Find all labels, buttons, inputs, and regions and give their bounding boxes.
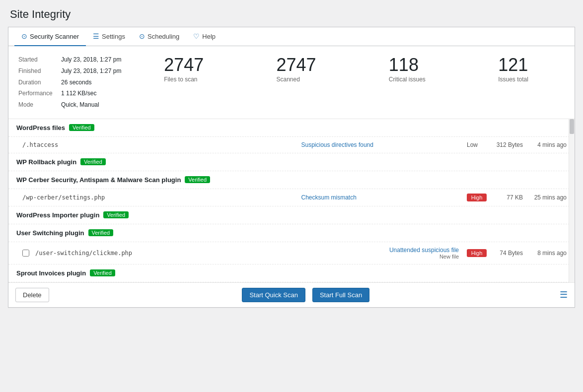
stat-number-total: 121 bbox=[498, 56, 528, 74]
group-wordpress-files-badge: Verified bbox=[69, 124, 94, 131]
meta-row-duration: Duration 26 seconds bbox=[18, 77, 128, 88]
file-issue-clickme[interactable]: Unattended suspicious file bbox=[389, 247, 459, 254]
file-time-cerber: 25 mins ago bbox=[527, 194, 567, 201]
tab-help[interactable]: ♡ Help bbox=[186, 27, 222, 46]
severity-clickme: High bbox=[467, 249, 487, 257]
group-wp-cerber: WP Cerber Security, Antispam & Malware S… bbox=[8, 171, 575, 189]
file-path-htaccess: /.htaccess bbox=[22, 141, 132, 148]
file-time-clickme: 8 mins ago bbox=[527, 250, 567, 257]
tab-security-scanner-label: Security Scanner bbox=[30, 33, 79, 40]
meta-value-started: July 23, 2018, 1:27 pm bbox=[61, 54, 121, 65]
group-wordpress-files: WordPress files Verified bbox=[8, 119, 575, 137]
tab-settings-label: Settings bbox=[102, 33, 125, 40]
meta-label-performance: Performance bbox=[18, 88, 57, 99]
tabs-bar: ⊙ Security Scanner ☰ Settings ⊙ Scheduli… bbox=[8, 27, 575, 46]
file-issue-htaccess[interactable]: Suspicious directives found bbox=[301, 141, 463, 148]
group-wp-cerber-title: WP Cerber Security, Antispam & Malware S… bbox=[16, 176, 181, 184]
tab-settings[interactable]: ☰ Settings bbox=[86, 27, 132, 46]
meta-row-started: Started July 23, 2018, 1:27 pm bbox=[18, 54, 128, 65]
meta-value-mode: Quick, Manual bbox=[61, 99, 99, 111]
meta-label-duration: Duration bbox=[18, 77, 57, 88]
group-wp-rollback-badge: Verified bbox=[80, 158, 106, 165]
file-path-cerber-settings: /wp-cerber/settings.php bbox=[22, 194, 132, 201]
scheduling-icon: ⊙ bbox=[139, 32, 145, 40]
group-user-switching: User Switching plugin Verified bbox=[8, 224, 575, 242]
meta-row-performance: Performance 1 112 KB/sec bbox=[18, 88, 128, 99]
file-size-cerber: 77 KB bbox=[491, 194, 523, 201]
security-scanner-icon: ⊙ bbox=[21, 32, 27, 40]
footer-bar: Delete Start Quick Scan Start Full Scan … bbox=[8, 283, 575, 307]
meta-row-finished: Finished July 23, 2018, 1:27 pm bbox=[18, 65, 128, 77]
meta-row-mode: Mode Quick, Manual bbox=[18, 99, 128, 111]
stats-panel: Started July 23, 2018, 1:27 pm Finished … bbox=[8, 46, 575, 119]
group-wp-cerber-badge: Verified bbox=[185, 176, 210, 183]
tab-scheduling-label: Scheduling bbox=[147, 33, 179, 40]
stat-number-critical: 118 bbox=[389, 56, 426, 74]
stat-label-critical: Critical issues bbox=[389, 76, 426, 83]
stat-critical: 118 Critical issues bbox=[379, 56, 436, 83]
stat-number-files: 2747 bbox=[164, 56, 204, 74]
group-wordpress-files-title: WordPress files bbox=[16, 124, 65, 131]
meta-label-mode: Mode bbox=[18, 99, 57, 111]
footer-actions: Start Quick Scan Start Full Scan bbox=[239, 288, 369, 302]
stat-label-scanned: Scanned bbox=[276, 76, 316, 83]
file-sub-issue-clickme: New file bbox=[439, 254, 459, 260]
group-user-switching-badge: Verified bbox=[88, 229, 114, 236]
severity-cerber: High bbox=[467, 194, 487, 201]
full-scan-button[interactable]: Start Full Scan bbox=[312, 288, 369, 302]
meta-label-started: Started bbox=[18, 54, 57, 65]
group-wp-importer: WordPress Importer plugin Verified bbox=[8, 206, 575, 224]
page-title: Site Integrity bbox=[8, 8, 575, 21]
tab-security-scanner[interactable]: ⊙ Security Scanner bbox=[14, 27, 86, 46]
results-area[interactable]: WordPress files Verified /.htaccess Susp… bbox=[8, 119, 575, 283]
file-time-htaccess: 4 mins ago bbox=[527, 141, 567, 148]
delete-button[interactable]: Delete bbox=[15, 288, 49, 302]
stat-scanned: 2747 Scanned bbox=[266, 56, 326, 83]
severity-htaccess: Low bbox=[467, 141, 487, 148]
main-panel: ⊙ Security Scanner ☰ Settings ⊙ Scheduli… bbox=[8, 27, 575, 308]
meta-value-performance: 1 112 KB/sec bbox=[61, 88, 96, 99]
group-wp-importer-badge: Verified bbox=[103, 211, 129, 218]
tab-help-label: Help bbox=[202, 33, 216, 40]
meta-label-finished: Finished bbox=[18, 65, 57, 77]
group-sprout-invoices-title: Sprout Invoices plugin bbox=[16, 269, 86, 277]
group-wp-importer-title: WordPress Importer plugin bbox=[16, 211, 99, 219]
group-wp-rollback-title: WP Rollback plugin bbox=[16, 158, 76, 166]
stats-meta: Started July 23, 2018, 1:27 pm Finished … bbox=[18, 54, 128, 111]
settings-icon: ☰ bbox=[93, 32, 99, 40]
stat-files-to-scan: 2747 Files to scan bbox=[154, 56, 214, 83]
stats-numbers: 2747 Files to scan 2747 Scanned 118 Crit… bbox=[128, 54, 565, 111]
stat-total: 121 Issues total bbox=[488, 56, 538, 83]
quick-scan-button[interactable]: Start Quick Scan bbox=[242, 288, 305, 302]
group-sprout-invoices-badge: Verified bbox=[90, 269, 115, 276]
meta-value-duration: 26 seconds bbox=[61, 77, 91, 88]
stat-label-files: Files to scan bbox=[164, 76, 204, 83]
file-path-clickme: /user-switching/clickme.php bbox=[35, 250, 145, 257]
group-wp-rollback: WP Rollback plugin Verified bbox=[8, 153, 575, 171]
stat-label-total: Issues total bbox=[498, 76, 528, 83]
group-user-switching-title: User Switching plugin bbox=[16, 229, 84, 237]
file-size-htaccess: 312 Bytes bbox=[491, 141, 523, 148]
list-icon[interactable]: ☰ bbox=[560, 289, 568, 300]
file-row-clickme: /user-switching/clickme.php Unattended s… bbox=[8, 242, 575, 264]
file-issue-cerber[interactable]: Checksum mismatch bbox=[301, 194, 463, 201]
scrollbar-thumb[interactable] bbox=[570, 119, 574, 134]
group-sprout-invoices: Sprout Invoices plugin Verified bbox=[8, 264, 575, 282]
stat-number-scanned: 2747 bbox=[276, 56, 316, 74]
tab-scheduling[interactable]: ⊙ Scheduling bbox=[132, 27, 186, 46]
file-checkbox-clickme[interactable] bbox=[22, 250, 29, 257]
scrollbar-track[interactable] bbox=[569, 119, 575, 282]
file-row-htaccess: /.htaccess Suspicious directives found L… bbox=[8, 137, 575, 153]
file-size-clickme: 74 Bytes bbox=[491, 250, 523, 257]
meta-value-finished: July 23, 2018, 1:27 pm bbox=[61, 65, 121, 77]
help-icon: ♡ bbox=[193, 32, 200, 40]
file-row-cerber-settings: /wp-cerber/settings.php Checksum mismatc… bbox=[8, 189, 575, 206]
